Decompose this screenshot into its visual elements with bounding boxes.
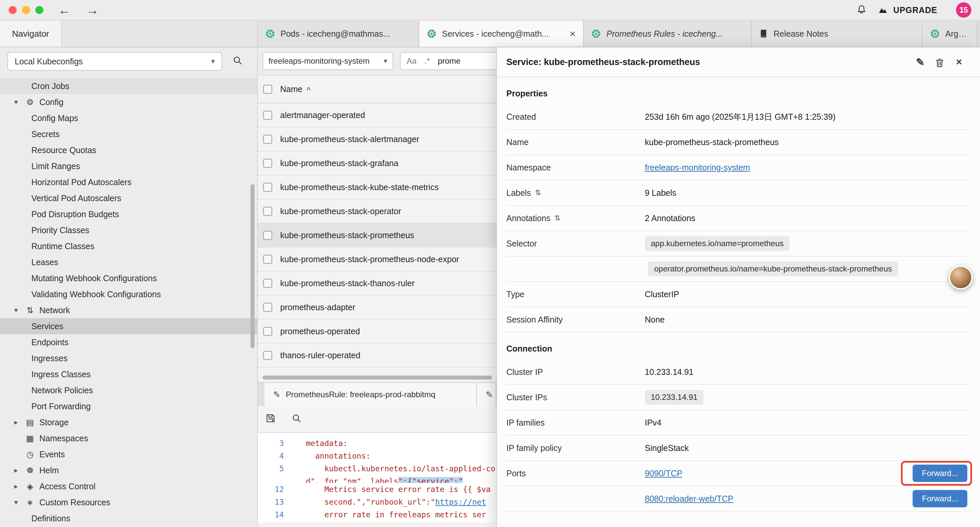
sidebar-item-network-policies[interactable]: Network Policies <box>0 382 257 398</box>
row-checkbox[interactable] <box>263 207 272 216</box>
sidebar-item-network[interactable]: ▾⇅Network <box>0 302 257 318</box>
row-checkbox[interactable] <box>263 303 272 312</box>
sidebar-item-label: Storage <box>39 417 69 427</box>
sidebar-item-label: Vertical Pod Autoscalers <box>31 193 121 203</box>
sidebar-item-endpoints[interactable]: Endpoints <box>0 334 257 350</box>
sidebar-search-icon[interactable] <box>229 53 245 69</box>
row-checkbox[interactable] <box>263 231 272 240</box>
upgrade-button[interactable]: UPGRADE <box>877 5 937 15</box>
column-header-name[interactable]: Name ^ <box>280 84 310 94</box>
table-row-thanos-ruler-operated[interactable]: thanos-ruler-operated <box>258 344 496 368</box>
forward-button[interactable]: Forward... <box>913 465 967 482</box>
kubernetes-icon <box>930 29 940 39</box>
dock-tab-prometheusrule[interactable]: ✎ PrometheusRule: freeleaps-prod-rabbitm… <box>264 383 477 406</box>
sidebar-item-access-control[interactable]: ▸◈Access Control <box>0 478 257 494</box>
close-tab-icon[interactable]: × <box>565 28 576 40</box>
sidebar-item-mutating-webhook-configurations[interactable]: Mutating Webhook Configurations <box>0 270 257 286</box>
sidebar-item-secrets[interactable]: Secrets <box>0 126 257 142</box>
namespace-link[interactable]: freeleaps-monitoring-system <box>645 163 750 172</box>
sidebar-item-pod-disruption-budgets[interactable]: Pod Disruption Budgets <box>0 206 257 222</box>
table-row-kube-prometheus-stack-prometheus[interactable]: kube-prometheus-stack-prometheus <box>258 223 496 247</box>
row-checkbox[interactable] <box>263 327 272 336</box>
sidebar-item-services[interactable]: Services <box>0 318 257 334</box>
forward-icon[interactable]: → <box>86 3 99 18</box>
tab-prometheus-rules-icecheng[interactable]: Prometheus Rules - icecheng... <box>584 21 751 47</box>
table-row-prometheus-operated[interactable]: prometheus-operated <box>258 320 496 344</box>
tab-pods-icecheng-mathmas[interactable]: Pods - icecheng@mathmas... <box>258 21 419 47</box>
sidebar-item-priority-classes[interactable]: Priority Classes <box>0 222 257 238</box>
port-link[interactable]: 8080:reloader-web/TCP <box>645 494 733 504</box>
port-link[interactable]: 9090/TCP <box>645 469 682 478</box>
row-checkbox[interactable] <box>263 135 272 144</box>
row-checkbox[interactable] <box>263 279 272 288</box>
user-avatar[interactable] <box>949 266 973 290</box>
table-row-kube-prometheus-stack-operator[interactable]: kube-prometheus-stack-operator <box>258 199 496 223</box>
storage-icon: ▤ <box>25 417 35 427</box>
row-checkbox[interactable] <box>263 183 272 192</box>
sidebar-item-validating-webhook-configurations[interactable]: Validating Webhook Configurations <box>0 286 257 302</box>
table-row-alertmanager-operated[interactable]: alertmanager-operated <box>258 103 496 127</box>
table-row-kube-prometheus-stack-alertmanager[interactable]: kube-prometheus-stack-alertmanager <box>258 127 496 151</box>
regex-toggle[interactable]: .* <box>424 56 430 66</box>
zoom-window-button[interactable] <box>35 6 43 14</box>
sidebar-item-vertical-pod-autoscalers[interactable]: Vertical Pod Autoscalers <box>0 190 257 206</box>
editor-search-icon[interactable] <box>291 413 302 426</box>
sidebar-item-ingresses[interactable]: Ingresses <box>0 350 257 366</box>
sidebar-scrollbar[interactable] <box>250 184 255 348</box>
row-checkbox[interactable] <box>263 111 272 120</box>
edit-icon[interactable]: ✎ <box>911 56 930 68</box>
match-case-toggle[interactable]: Aa <box>407 56 416 66</box>
table-row-kube-prometheus-stack-thanos-ruler[interactable]: kube-prometheus-stack-thanos-ruler <box>258 272 496 296</box>
tab-argo-se[interactable]: Argo Se <box>923 21 977 47</box>
sidebar-item-label: Pod Disruption Budgets <box>31 209 119 219</box>
minimize-window-button[interactable] <box>22 6 30 14</box>
sidebar-item-config[interactable]: ▾⚙Config <box>0 94 257 110</box>
close-icon[interactable]: × <box>949 56 969 68</box>
sidebar-item-port-forwarding[interactable]: Port Forwarding <box>0 398 257 414</box>
notifications-bell-icon[interactable] <box>856 4 867 16</box>
sidebar-item-ingress-classes[interactable]: Ingress Classes <box>0 366 257 382</box>
sidebar-item-limit-ranges[interactable]: Limit Ranges <box>0 158 257 174</box>
sidebar-item-definitions[interactable]: Definitions <box>0 510 257 526</box>
search-input[interactable]: Aa .* prome <box>400 52 496 70</box>
sidebar-item-horizontal-pod-autoscalers[interactable]: Horizontal Pod Autoscalers <box>0 174 257 190</box>
notification-count-badge[interactable]: 15 <box>956 2 971 18</box>
search-query-text: prome <box>438 56 460 66</box>
table-horizontal-scrollbar[interactable] <box>262 376 492 380</box>
tab-services-icecheng-math[interactable]: Services - icecheng@math...× <box>419 21 584 47</box>
row-checkbox[interactable] <box>263 351 272 360</box>
expand-icon[interactable]: ⇅ <box>535 188 541 197</box>
sidebar-item-label: Namespaces <box>39 434 88 443</box>
property-value: 253d 16h 6m ago (2025年1月13日 GMT+8 1:25:3… <box>645 111 835 123</box>
table-row-kube-prometheus-stack-grafana[interactable]: kube-prometheus-stack-grafana <box>258 151 496 175</box>
sidebar-item-events[interactable]: ◷Events <box>0 446 257 462</box>
yaml-editor[interactable]: 3metadata:4 annotations:5 kubectl.kubern… <box>258 433 496 522</box>
sidebar-item-runtime-classes[interactable]: Runtime Classes <box>0 238 257 254</box>
forward-button[interactable]: Forward... <box>913 490 967 507</box>
sidebar-item-custom-resources[interactable]: ▾∗Custom Resources <box>0 494 257 510</box>
sidebar-item-namespaces[interactable]: ▦Namespaces <box>0 430 257 446</box>
sidebar-item-cron-jobs[interactable]: Cron Jobs <box>0 78 257 94</box>
kubeconfig-selector[interactable]: Local Kubeconfigs ▾ <box>7 52 222 71</box>
delete-icon[interactable] <box>930 56 949 68</box>
select-all-checkbox[interactable] <box>263 85 272 94</box>
editor-line: 14 error rate in freeleaps metrics ser <box>258 508 496 521</box>
close-window-button[interactable] <box>9 6 17 14</box>
row-checkbox[interactable] <box>263 255 272 264</box>
tab-release-notes[interactable]: Release Notes <box>751 21 923 47</box>
row-checkbox[interactable] <box>263 159 272 168</box>
sidebar-item-leases[interactable]: Leases <box>0 254 257 270</box>
namespace-filter-select[interactable]: freeleaps-monitoring-system ▾ <box>262 52 393 70</box>
expand-icon[interactable]: ⇅ <box>554 214 560 223</box>
sidebar-item-resource-quotas[interactable]: Resource Quotas <box>0 142 257 158</box>
sidebar-item-helm[interactable]: ▸☸Helm <box>0 462 257 478</box>
sidebar-item-config-maps[interactable]: Config Maps <box>0 110 257 126</box>
dock-tab-partial[interactable]: ✎ <box>477 383 496 406</box>
table-row-kube-prometheus-stack-prometheus-node-expor[interactable]: kube-prometheus-stack-prometheus-node-ex… <box>258 247 496 272</box>
sidebar-item-storage[interactable]: ▸▤Storage <box>0 414 257 430</box>
table-row-prometheus-adapter[interactable]: prometheus-adapter <box>258 296 496 320</box>
services-panel: freeleaps-monitoring-system ▾ Aa .* prom… <box>258 47 496 527</box>
back-icon[interactable]: ← <box>58 3 71 18</box>
save-icon[interactable] <box>265 413 276 426</box>
table-row-kube-prometheus-stack-kube-state-metrics[interactable]: kube-prometheus-stack-kube-state-metrics <box>258 175 496 199</box>
